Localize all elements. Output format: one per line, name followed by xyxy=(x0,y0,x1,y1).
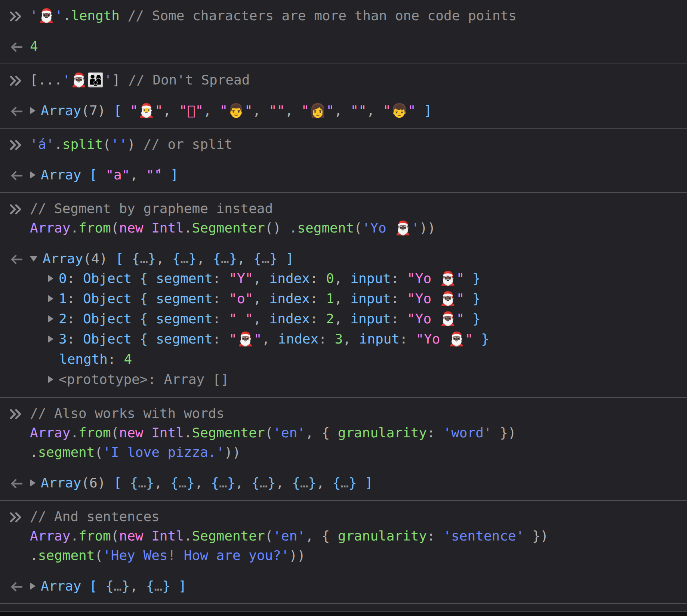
code-token: } xyxy=(308,475,317,490)
code-token: . xyxy=(184,425,192,440)
code-token: // Don't Spread xyxy=(128,72,250,87)
console-result-row[interactable]: 4 xyxy=(0,37,687,56)
code-token: … xyxy=(114,578,122,594)
console-result-row[interactable]: Array(7) [ "🎅", "🏿", "👨", "‍", "👩", "‍",… xyxy=(0,101,687,120)
code-token: . xyxy=(30,548,38,563)
code-token: [ xyxy=(105,103,130,118)
triangle-right-icon[interactable] xyxy=(30,479,36,487)
code-token: { xyxy=(213,251,221,266)
code-token: , xyxy=(334,103,350,118)
code-token: : xyxy=(108,351,124,367)
code-token: ] xyxy=(112,72,128,87)
code-token: granularity xyxy=(338,528,427,543)
code-token: { xyxy=(170,475,179,490)
code-token: , { xyxy=(305,528,338,543)
code-token: , xyxy=(316,475,332,490)
code-token: "́" xyxy=(146,167,162,182)
code-token: } xyxy=(269,251,278,266)
triangle-down-icon[interactable] xyxy=(30,256,37,262)
code-token: 1 xyxy=(59,291,67,306)
code-token: { xyxy=(292,475,300,490)
code-token: . xyxy=(63,8,71,23)
object-property-row[interactable]: <prototype>: Array [] xyxy=(48,369,687,389)
console-result-row[interactable]: Array(4) [ {…}, {…}, {…}, {…} ]0: Object… xyxy=(0,249,687,389)
triangle-right-icon[interactable] xyxy=(48,295,53,302)
command-code-line: [...'🎅🏿👨‍👩‍👦'] // Don't Spread xyxy=(30,70,687,90)
result-value[interactable]: Array [ "a", "́" ] xyxy=(30,165,687,185)
code-token: input xyxy=(350,291,391,306)
triangle-right-icon[interactable] xyxy=(48,376,53,383)
triangle-right-icon[interactable] xyxy=(30,171,36,179)
code-token: ( xyxy=(265,528,273,543)
console-result-row[interactable]: Array [ "a", "́" ] xyxy=(0,165,687,185)
code-token: , xyxy=(154,475,170,490)
code-token: } xyxy=(227,475,235,490)
code-token: )) xyxy=(224,444,240,460)
object-property-row[interactable]: 2: Object { segment: " ", index: 2, inpu… xyxy=(48,309,687,329)
code-token: "🏿" xyxy=(179,103,203,118)
code-token: Object xyxy=(83,331,140,346)
object-property-row[interactable]: 0: Object { segment: "Y", index: 0, inpu… xyxy=(48,268,687,289)
code-token: Segmenter xyxy=(192,220,265,235)
triangle-right-icon[interactable] xyxy=(30,582,36,590)
triangle-right-icon[interactable] xyxy=(48,275,53,282)
code-token: "Yo 🎅🏿" xyxy=(407,291,464,306)
code-token: (7) xyxy=(81,103,105,118)
triangle-right-icon[interactable] xyxy=(30,107,36,114)
code-token: : xyxy=(67,271,83,286)
result-value[interactable]: 4 xyxy=(30,37,687,56)
code-token: . xyxy=(70,528,78,543)
code-token: [ xyxy=(105,475,130,490)
code-token: , xyxy=(343,331,359,346)
code-token: … xyxy=(138,475,146,490)
object-property-row[interactable]: length: 4 xyxy=(48,349,687,369)
code-token: } xyxy=(464,271,480,286)
object-property-row[interactable]: 1: Object { segment: "o", index: 1, inpu… xyxy=(48,289,687,309)
code-token: ( xyxy=(265,425,273,440)
console-result-row[interactable]: Array(6) [ {…}, {…}, {…}, {…}, {…}, {…} … xyxy=(0,473,687,493)
code-token: } xyxy=(188,251,197,266)
code-token: length xyxy=(59,351,108,367)
code-token: (4) xyxy=(83,251,107,266)
code-token xyxy=(143,528,151,543)
triangle-right-icon[interactable] xyxy=(48,315,53,323)
command-code: // Also works with wordsArray.from(new I… xyxy=(30,404,687,462)
code-token: from xyxy=(78,528,111,543)
code-token: … xyxy=(181,251,189,266)
code-token: , xyxy=(130,578,146,594)
code-token: "Yo 🎅🏿" xyxy=(407,271,464,286)
result-value[interactable]: Array [ {…}, {…} ] xyxy=(30,576,687,596)
code-token: )) xyxy=(419,220,435,235)
code-token: segment xyxy=(156,291,213,306)
command-code-line: '🎅🏿'.length // Some characters are more … xyxy=(30,6,687,25)
code-token: }) xyxy=(492,425,516,440)
result-content: Array(7) [ "🎅", "🏿", "👨", "‍", "👩", "‍",… xyxy=(30,101,687,120)
result-value[interactable]: Array(6) [ {…}, {…}, {…}, {…}, {…}, {…} … xyxy=(30,473,687,493)
result-content: Array(6) [ {…}, {…}, {…}, {…}, {…}, {…} … xyxy=(30,473,687,493)
code-token: <prototype> xyxy=(59,372,148,387)
code-token: input xyxy=(350,271,391,286)
result-value[interactable]: Array(7) [ "🎅", "🏿", "👨", "‍", "👩", "‍",… xyxy=(30,101,687,120)
console-input-area-edge[interactable] xyxy=(0,611,687,616)
code-token: 'Hey Wes! How are you?' xyxy=(103,548,289,563)
code-token: … xyxy=(179,475,187,490)
code-token: : xyxy=(391,311,407,326)
code-token: : xyxy=(67,331,83,346)
code-token: , xyxy=(253,271,269,286)
code-token: length xyxy=(71,8,120,23)
code-token: : xyxy=(318,331,335,346)
command-code-line: Array.from(new Intl.Segmenter() .segment… xyxy=(30,218,687,238)
code-token: Object xyxy=(83,271,140,286)
code-token: { xyxy=(140,331,156,346)
code-token: new xyxy=(119,220,143,235)
result-value[interactable]: Array(4) [ {…}, {…}, {…}, {…} ] xyxy=(30,249,687,268)
console-result-row[interactable]: Array [ {…}, {…} ] xyxy=(0,576,687,596)
double-chevron-right-icon xyxy=(9,138,23,154)
code-token: 'en' xyxy=(273,528,305,543)
console-command-row: // And sentencesArray.from(new Intl.Segm… xyxy=(0,507,687,565)
code-token: [ xyxy=(81,578,105,594)
code-token: Array xyxy=(41,475,81,490)
object-property-row[interactable]: 3: Object { segment: "🎅🏿", index: 3, inp… xyxy=(48,329,687,349)
triangle-right-icon[interactable] xyxy=(48,335,53,343)
code-token: , xyxy=(334,291,350,306)
